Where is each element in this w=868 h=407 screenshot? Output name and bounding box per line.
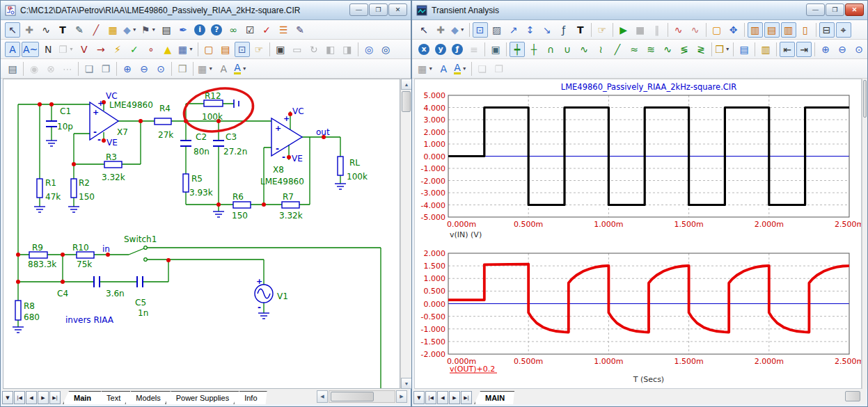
- schematic-vscrollbar[interactable]: ▲ ▼: [400, 79, 411, 389]
- close-button[interactable]: ✕: [388, 3, 407, 16]
- grid-horizontal-icon[interactable]: ▤: [764, 22, 780, 38]
- numeric-output-icon[interactable]: ▤: [736, 42, 752, 57]
- copy-picture-dropdown-icon[interactable]: ▼: [69, 47, 74, 51]
- new-page-icon[interactable]: ▢: [201, 42, 216, 57]
- clipboard-values-icon[interactable]: ▥: [758, 42, 773, 57]
- go-to-low-icon[interactable]: ≀: [593, 42, 608, 57]
- font-color-dropdown-icon[interactable]: ▼: [462, 66, 467, 71]
- fx-settings-icon[interactable]: ƒ: [450, 42, 465, 57]
- zoom-in-icon[interactable]: ⊕: [120, 61, 135, 77]
- baseline-toggle-icon[interactable]: ⊟: [819, 22, 835, 38]
- select-tool-icon[interactable]: ↖: [5, 22, 20, 38]
- zoom-point-icon[interactable]: ↘: [539, 22, 555, 38]
- text-mode-icon[interactable]: T: [55, 22, 70, 38]
- run-icon[interactable]: ▶: [616, 22, 631, 38]
- link-web-icon[interactable]: ∞: [226, 22, 241, 38]
- tracker-toggle-icon[interactable]: ⌖: [836, 22, 851, 38]
- shapes-tool-icon[interactable]: ◆▼: [450, 22, 466, 38]
- grid-minor-vertical-icon[interactable]: ▥: [781, 22, 796, 38]
- tab-menu-button[interactable]: ▼: [2, 391, 13, 404]
- find-repeat-icon[interactable]: ◎: [378, 42, 393, 57]
- tab-main[interactable]: MAIN: [474, 391, 514, 404]
- plot-properties-icon[interactable]: ▣: [488, 42, 503, 57]
- tab-prev-button[interactable]: ◀: [26, 391, 37, 404]
- tab-models[interactable]: Models: [125, 391, 170, 404]
- go-to-inflection-icon[interactable]: ≈: [626, 42, 642, 57]
- minimize-button[interactable]: —: [806, 3, 825, 16]
- go-to-peak-icon[interactable]: ∩: [543, 42, 558, 57]
- find-icon[interactable]: ◎: [361, 42, 377, 57]
- show-currents-icon[interactable]: →: [93, 42, 109, 57]
- flag-tool-dropdown-icon[interactable]: ▼: [151, 27, 156, 32]
- diagonal-wire-pencil-icon[interactable]: ╱: [88, 22, 104, 38]
- font-color-icon[interactable]: A▼: [232, 61, 248, 77]
- show-node-numbers-icon[interactable]: N: [40, 42, 56, 57]
- view-panels-dropdown-icon[interactable]: ▼: [208, 66, 213, 71]
- zoom-out-icon[interactable]: ⊖: [835, 42, 850, 57]
- help-attribute-icon[interactable]: ?: [209, 22, 224, 38]
- trace-label[interactable]: v(IN) (V): [450, 230, 482, 239]
- zoom-vertical-icon[interactable]: ↕: [523, 22, 538, 38]
- go-to-x-icon[interactable]: ≋: [643, 42, 658, 57]
- cursor-mode-icon[interactable]: ┿: [510, 42, 525, 57]
- hscroll-thumb[interactable]: [331, 392, 374, 401]
- y-axis-settings-icon[interactable]: y: [433, 42, 448, 57]
- properties-icon[interactable]: ☞: [251, 42, 267, 57]
- vscroll-thumb[interactable]: [402, 91, 411, 112]
- font-icon[interactable]: A: [436, 61, 451, 77]
- plot-canvas[interactable]: 5.0004.0003.0002.0001.0000.000-1.000-2.0…: [414, 79, 862, 389]
- component-bus-icon[interactable]: ▦: [105, 22, 120, 38]
- enable-checkbox-icon[interactable]: ☑: [242, 22, 258, 38]
- orange-list-icon[interactable]: ☰: [276, 22, 291, 38]
- go-to-slope-icon[interactable]: ╱: [610, 42, 625, 57]
- page-swap-icon[interactable]: ❒: [175, 61, 190, 77]
- cursor-right-icon[interactable]: ⇥: [796, 42, 812, 57]
- maximize-button[interactable]: ❐: [369, 3, 388, 16]
- node-snap-icon[interactable]: ⊡: [235, 42, 250, 57]
- auto-scale-icon[interactable]: ✥: [726, 22, 741, 38]
- tab-last-button[interactable]: ▶|: [49, 391, 61, 404]
- select-area-icon[interactable]: ▣: [273, 42, 288, 57]
- text-mode-icon[interactable]: T: [573, 22, 588, 38]
- show-pin-connections-icon[interactable]: ∘: [143, 42, 159, 57]
- cursor-left-icon[interactable]: ⇤: [780, 42, 795, 57]
- show-wire-attr-icon[interactable]: A~: [22, 42, 39, 57]
- flag-tool-icon[interactable]: ⚑▼: [140, 22, 158, 38]
- view-panels-icon[interactable]: ▦▼: [416, 61, 434, 77]
- wire-mode-icon[interactable]: ∿: [38, 22, 54, 38]
- clipboard-copy-dropdown-icon[interactable]: ▼: [725, 47, 730, 51]
- pan-tool-icon[interactable]: ✚: [22, 22, 37, 38]
- schematic-canvas[interactable]: C110pVCLME49860X7VER427kR12100kC280nC327…: [3, 79, 400, 389]
- text-page-icon[interactable]: ▤: [5, 61, 20, 77]
- show-node-voltages-icon[interactable]: V: [77, 42, 92, 57]
- info-attribute-icon[interactable]: i: [192, 22, 207, 38]
- grid-minor-log-icon[interactable]: ▯: [798, 22, 813, 38]
- hscroll-track[interactable]: [329, 390, 395, 403]
- scroll-up-button[interactable]: ▲: [401, 79, 412, 90]
- page-icon-icon[interactable]: ▤: [218, 42, 233, 57]
- view-panels-icon[interactable]: ▦▼: [196, 61, 214, 77]
- shapes-tool-dropdown-icon[interactable]: ▼: [460, 27, 465, 32]
- minimize-button[interactable]: —: [349, 3, 368, 16]
- bring-to-front-icon[interactable]: ❏: [81, 61, 97, 77]
- hscroll-right-button[interactable]: ▶: [396, 390, 407, 403]
- analysis-titlebar[interactable]: Transient Analysis —❐✕: [412, 1, 867, 20]
- go-to-valley-icon[interactable]: ∪: [560, 42, 575, 57]
- tab-first-button[interactable]: |◀: [425, 391, 436, 404]
- plot-vscrollbar[interactable]: [862, 79, 867, 389]
- tab-power-supplies[interactable]: Power Supplies: [165, 391, 239, 404]
- wave-envelope-icon[interactable]: ≶: [677, 42, 692, 57]
- properties-icon[interactable]: ☞: [594, 22, 610, 38]
- wave-top-icon[interactable]: ∿: [660, 42, 675, 57]
- font-color-icon[interactable]: A▼: [452, 61, 468, 77]
- analysis-hscroll-thumb[interactable]: [845, 391, 860, 401]
- data-limits-icon[interactable]: ▢: [709, 22, 725, 38]
- font-icon[interactable]: A: [216, 61, 231, 77]
- tab-menu-button[interactable]: ▼: [413, 391, 425, 404]
- scroll-down-button[interactable]: ▼: [401, 378, 412, 389]
- ortho-wire-pencil-icon[interactable]: ✎: [72, 22, 87, 38]
- cursor-next-point-icon[interactable]: ┼: [526, 42, 542, 57]
- show-attribute-text-icon[interactable]: A: [5, 42, 20, 57]
- clipboard-copy-icon[interactable]: ❒▼: [715, 42, 730, 57]
- tab-main[interactable]: Main: [63, 391, 101, 404]
